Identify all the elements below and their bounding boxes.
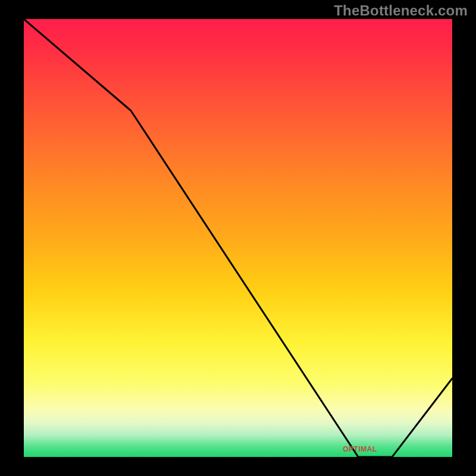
bottleneck-curve-path	[24, 19, 452, 457]
curve-svg	[24, 19, 452, 457]
attribution-text: TheBottleneck.com	[334, 2, 468, 19]
plot-area: OPTIMAL	[24, 19, 452, 457]
chart-frame: TheBottleneck.com OPTIMAL	[0, 0, 476, 476]
optimal-label: OPTIMAL	[343, 445, 377, 453]
